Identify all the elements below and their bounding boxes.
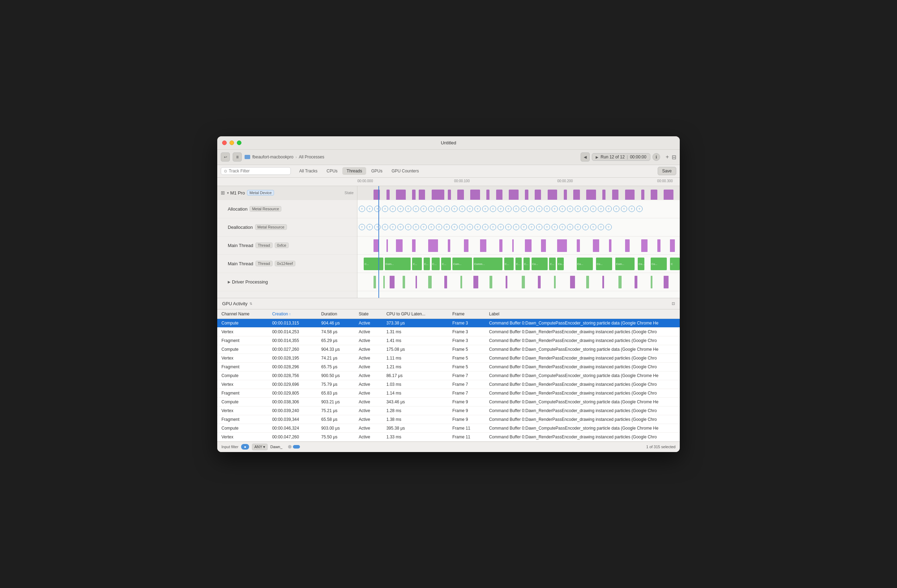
table-row[interactable]: Vertex00:00.039,24075.21 μsActive1.28 ms…	[217, 406, 680, 415]
cell-3: Active	[355, 389, 382, 397]
pause-button[interactable]: ⏸	[233, 152, 242, 162]
cell-3: Active	[355, 371, 382, 380]
filter-type-pill[interactable]: ●	[241, 444, 249, 450]
circle-t: T	[490, 224, 496, 230]
col-channel[interactable]: Channel Name	[217, 309, 268, 319]
minimize-button[interactable]	[230, 141, 234, 145]
circle-t: T	[536, 206, 542, 212]
table-row[interactable]: Compute00:00.013,315904.46 μsActive373.3…	[217, 318, 680, 327]
col-label[interactable]: Label	[485, 309, 680, 319]
track-viz: T T T T T T T T T T T T T T T T T	[357, 186, 680, 298]
col-creation[interactable]: Creation	[268, 309, 317, 319]
gpu-activity-table-container[interactable]: Channel Name Creation Duration State CPU…	[217, 309, 680, 441]
cell-2: 65.83 μs	[317, 389, 355, 397]
state-label: State	[344, 191, 354, 195]
col-frame[interactable]: Frame	[448, 309, 485, 319]
circle-t: T	[482, 224, 488, 230]
col-latency[interactable]: CPU to GPU Laten...	[382, 309, 448, 319]
table-row[interactable]: Fragment00:00.039,34465.58 μsActive1.38 …	[217, 415, 680, 424]
cell-0: Fragment	[217, 336, 268, 345]
driver-expand-icon[interactable]: ▶	[228, 280, 231, 284]
circle-t: T	[605, 224, 612, 230]
table-row[interactable]: Vertex00:00.047,26075.50 μsActive1.33 ms…	[217, 432, 680, 441]
table-row[interactable]: Compute00:00.046,324903.00 μsActive395.3…	[217, 424, 680, 432]
circle-t: T	[567, 206, 573, 212]
cell-5: Frame 9	[448, 406, 485, 415]
circle-t: T	[544, 224, 550, 230]
table-row[interactable]: Compute00:00.028,756900.50 μsActive86.17…	[217, 371, 680, 380]
filter-any-dropdown[interactable]: ANY ▾	[252, 444, 268, 450]
cell-4: 86.17 μs	[382, 371, 448, 380]
circle-t: T	[436, 206, 442, 212]
cell-0: Vertex	[217, 432, 268, 441]
circle-t: T	[528, 206, 535, 212]
table-row[interactable]: Fragment00:00.029,80565.83 μsActive1.14 …	[217, 389, 680, 397]
tab-all-tracks[interactable]: All Tracks	[295, 167, 321, 175]
close-button[interactable]	[222, 141, 227, 145]
track-deallocation: Deallocation Metal Resource	[217, 218, 357, 237]
driver-processing-label: Driver Processing	[232, 279, 268, 285]
circle-t: T	[451, 206, 458, 212]
tab-gpu-counters[interactable]: GPU Counters	[387, 167, 423, 175]
table-row[interactable]: Fragment00:00.028,29665.75 μsActive1.21 …	[217, 362, 680, 371]
cell-3: Active	[355, 327, 382, 336]
table-row[interactable]: Fragment00:00.014,35565.29 μsActive1.41 …	[217, 336, 680, 345]
cell-3: Active	[355, 318, 382, 327]
split-button[interactable]: ⊟	[672, 154, 676, 161]
circle-t: T	[475, 206, 481, 212]
cell-0: Fragment	[217, 362, 268, 371]
window-title: Untitled	[441, 140, 456, 145]
statusbar: Input filter ● ANY ▾ Dawn_ 1 of 315 sele…	[217, 441, 680, 452]
filter-any-chevron: ▾	[263, 445, 265, 449]
cell-2: 900.50 μs	[317, 371, 355, 380]
table-row[interactable]: Compute00:00.027,260904.33 μsActive175.0…	[217, 345, 680, 354]
info-button[interactable]: ℹ	[652, 153, 660, 161]
maximize-button[interactable]	[237, 141, 242, 145]
back-button[interactable]: ↩	[221, 152, 230, 162]
cell-2: 65.58 μs	[317, 415, 355, 424]
device-name: fbeaufort-macbookpro	[252, 155, 293, 159]
cell-5: Frame 3	[448, 318, 485, 327]
track-filter[interactable]: ⊙	[221, 167, 291, 175]
add-button[interactable]: +	[666, 154, 669, 161]
deallocation-badge: Metal Resource	[255, 224, 287, 230]
table-row[interactable]: Vertex00:00.014,25374.58 μsActive1.31 ms…	[217, 327, 680, 336]
tab-threads[interactable]: Threads	[342, 167, 366, 175]
breadcrumb-chevron: ›	[295, 155, 297, 159]
gpu-activity-header: GPU Activity ⇅ ⊡	[217, 298, 680, 309]
circle-t: T	[598, 224, 604, 230]
table-row[interactable]: Compute00:00.038,306903.21 μsActive343.4…	[217, 397, 680, 406]
circle-t: T	[428, 224, 435, 230]
circle-t: T	[590, 206, 596, 212]
cell-4: 1.33 ms	[382, 432, 448, 441]
prev-run-button[interactable]: ◀	[580, 152, 590, 162]
expand-icon[interactable]: ▾	[227, 191, 229, 195]
expand-panel-icon[interactable]: ⊡	[672, 302, 675, 306]
tab-gpus[interactable]: GPUs	[367, 167, 386, 175]
dot-gray	[288, 445, 292, 449]
tabbar: ⊙ All Tracks CPUs Threads GPUs GPU Count…	[217, 165, 680, 178]
filter-icon: ⊙	[224, 169, 227, 173]
run-separator: |	[627, 155, 628, 159]
circle-t: T	[513, 206, 519, 212]
timeline-ruler: 00:00.000 00:00.100 00:00.200 00:00.300	[217, 178, 680, 186]
sort-icon[interactable]: ⇅	[250, 302, 252, 306]
track-filter-input[interactable]	[229, 168, 278, 173]
gpu-activity: GPU Activity ⇅ ⊡ Channel Name Creation D…	[217, 298, 680, 441]
save-button[interactable]: Save	[658, 167, 676, 175]
tab-cpus[interactable]: CPUs	[322, 167, 341, 175]
main-thread-2-label: Main Thread	[228, 261, 253, 266]
circle-t: T	[613, 206, 620, 212]
cell-0: Vertex	[217, 406, 268, 415]
ruler-mark-0: 00:00.000	[357, 179, 373, 183]
cell-2: 75.79 μs	[317, 380, 355, 389]
breadcrumb: fbeaufort-macbookpro › All Processes	[245, 155, 324, 159]
col-state[interactable]: State	[355, 309, 382, 319]
cell-6: Command Buffer 0:Dawn_RenderPassEncoder_…	[485, 327, 680, 336]
cell-0: Compute	[217, 397, 268, 406]
col-duration[interactable]: Duration	[317, 309, 355, 319]
deallocation-label: Deallocation	[228, 225, 253, 230]
circle-t: T	[467, 206, 473, 212]
table-row[interactable]: Vertex00:00.029,69675.79 μsActive1.03 ms…	[217, 380, 680, 389]
table-row[interactable]: Vertex00:00.028,19574.21 μsActive1.11 ms…	[217, 354, 680, 362]
